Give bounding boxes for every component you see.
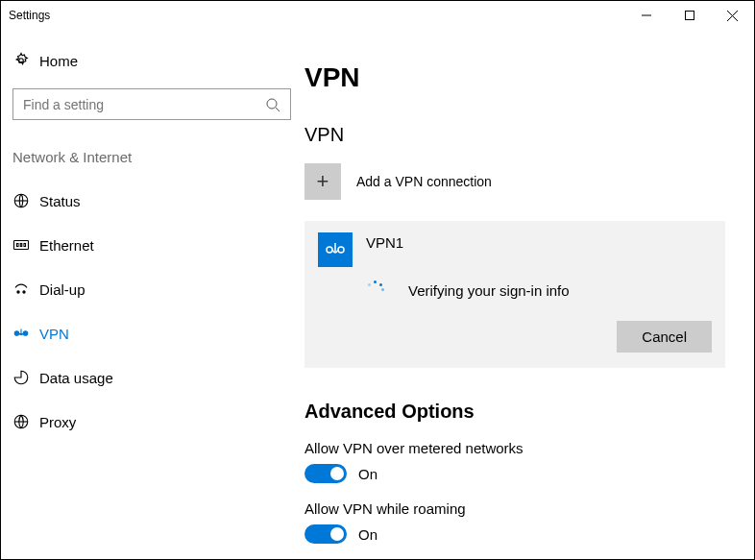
toggle-metered: Allow VPN over metered networks On (304, 440, 743, 483)
sidebar-item-label: VPN (39, 326, 69, 342)
sidebar-item-label: Ethernet (39, 237, 94, 254)
toggle-metered-switch[interactable] (304, 464, 347, 483)
svg-point-14 (23, 291, 25, 293)
page-title: VPN (304, 62, 743, 93)
sidebar-item-datausage[interactable]: Data usage (12, 355, 299, 400)
vpn-name: VPN1 (366, 232, 403, 251)
advanced-options-title: Advanced Options (304, 401, 743, 423)
sidebar-item-ethernet[interactable]: Ethernet (12, 223, 299, 267)
svg-point-13 (17, 291, 19, 293)
toggle-roaming: Allow VPN while roaming On (304, 500, 743, 544)
toggle-label: Allow VPN while roaming (304, 500, 743, 517)
svg-rect-12 (24, 244, 26, 247)
svg-point-5 (267, 99, 277, 109)
add-vpn-button[interactable]: + Add a VPN connection (304, 163, 743, 200)
close-button[interactable] (711, 1, 754, 30)
titlebar: Settings (1, 1, 754, 30)
minimize-button[interactable] (624, 1, 668, 30)
vpn-tile-icon (318, 232, 353, 267)
sidebar-item-home[interactable]: Home (12, 44, 299, 77)
vpn-icon (12, 325, 39, 342)
svg-point-15 (14, 331, 19, 336)
sidebar-item-vpn[interactable]: VPN (12, 311, 299, 355)
proxy-icon (12, 413, 39, 430)
sidebar-item-label: Status (39, 193, 81, 209)
progress-spinner-icon (366, 280, 385, 300)
sidebar: Home Network & Internet Status (1, 30, 299, 560)
sidebar-item-proxy[interactable]: Proxy (12, 400, 299, 444)
toggle-state: On (358, 526, 378, 543)
svg-rect-1 (685, 12, 694, 20)
svg-point-21 (338, 247, 344, 253)
datausage-icon (12, 369, 39, 386)
svg-line-6 (276, 108, 280, 111)
toggle-roaming-switch[interactable] (304, 524, 347, 544)
svg-rect-10 (17, 244, 19, 247)
sidebar-item-label: Data usage (39, 370, 113, 386)
search-field[interactable] (23, 97, 265, 112)
sidebar-item-label: Proxy (39, 414, 76, 430)
vpn-status-text: Verifying your sign-in info (408, 282, 570, 299)
svg-rect-9 (14, 241, 29, 250)
home-label: Home (39, 53, 78, 69)
category-label: Network & Internet (12, 149, 299, 165)
ethernet-icon (12, 236, 39, 254)
gear-icon (12, 52, 39, 69)
sidebar-item-status[interactable]: Status (12, 179, 299, 223)
sidebar-item-dialup[interactable]: Dial-up (12, 267, 299, 311)
dialup-icon (12, 280, 39, 298)
vpn-connection-card[interactable]: VPN1 Verifying your sign-in info Cancel (304, 221, 725, 368)
svg-rect-11 (20, 244, 22, 247)
plus-icon: + (304, 163, 341, 200)
sidebar-item-label: Dial-up (39, 281, 85, 298)
maximize-button[interactable] (668, 1, 711, 30)
vpn-section-title: VPN (304, 124, 743, 146)
search-input[interactable] (12, 88, 291, 120)
svg-point-16 (23, 331, 28, 336)
window-title: Settings (9, 9, 50, 22)
search-icon (265, 97, 280, 112)
cancel-button[interactable]: Cancel (617, 321, 712, 353)
svg-point-20 (327, 247, 332, 253)
toggle-state: On (358, 466, 378, 482)
toggle-label: Allow VPN over metered networks (304, 440, 743, 456)
add-vpn-label: Add a VPN connection (356, 174, 492, 189)
status-icon (12, 192, 39, 209)
main-content: VPN VPN + Add a VPN connection VPN1 Veri… (299, 30, 754, 560)
